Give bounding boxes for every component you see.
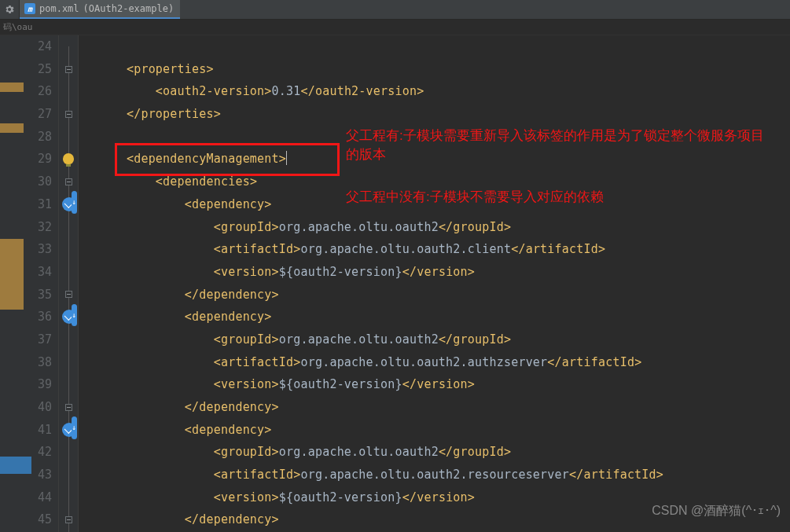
line-number: 25 bbox=[0, 58, 52, 81]
breadcrumb: 码\oau bbox=[0, 20, 790, 35]
editor-tab-bar: m pom.xml (OAuth2-example) bbox=[0, 0, 790, 20]
code-line[interactable]: <groupId>org.apache.oltu.oauth2</groupId… bbox=[97, 441, 790, 464]
change-marker bbox=[0, 457, 31, 474]
code-line[interactable] bbox=[97, 126, 790, 149]
line-number: 32 bbox=[0, 216, 52, 239]
code-line[interactable]: <dependency> bbox=[97, 419, 790, 442]
change-marker bbox=[0, 123, 24, 133]
code-line[interactable]: <properties> bbox=[97, 58, 790, 81]
code-line[interactable]: <dependency> bbox=[97, 193, 790, 216]
line-number: 27 bbox=[0, 103, 52, 126]
line-number: 29 bbox=[0, 148, 52, 171]
code-line[interactable]: <oauth2-version>0.31</oauth2-version> bbox=[97, 80, 790, 103]
code-line[interactable]: <artifactId>org.apache.oltu.oauth2.clien… bbox=[97, 238, 790, 261]
code-line[interactable]: <version>${oauth2-version}</version> bbox=[97, 486, 790, 509]
implemented-icon[interactable] bbox=[62, 310, 76, 324]
implemented-icon[interactable] bbox=[62, 423, 76, 437]
line-number: 38 bbox=[0, 351, 52, 374]
line-number: 24 bbox=[0, 35, 52, 58]
gear-icon[interactable] bbox=[0, 0, 19, 19]
line-number: 41 bbox=[0, 419, 52, 442]
change-marker bbox=[0, 83, 24, 92]
code-line[interactable]: </dependency> bbox=[97, 284, 790, 306]
line-number: 40 bbox=[0, 396, 52, 419]
maven-icon: m bbox=[24, 3, 35, 14]
code-line[interactable]: <dependency> bbox=[97, 306, 790, 328]
code-editor[interactable]: 2425262728293031323334353637383940414243… bbox=[0, 35, 790, 532]
code-line[interactable] bbox=[97, 35, 790, 58]
line-number: 30 bbox=[0, 171, 52, 193]
code-line[interactable]: <groupId>org.apache.oltu.oauth2</groupId… bbox=[97, 216, 790, 239]
code-line[interactable]: <version>${oauth2-version}</version> bbox=[97, 261, 790, 284]
code-area[interactable]: <properties> <oauth2-version>0.31</oauth… bbox=[83, 35, 790, 532]
line-number: 31 bbox=[0, 193, 52, 216]
code-line[interactable]: <artifactId>org.apache.oltu.oauth2.authz… bbox=[97, 351, 790, 374]
code-line[interactable]: </properties> bbox=[97, 103, 790, 126]
fold-column[interactable] bbox=[59, 35, 79, 532]
code-line[interactable]: </dependency> bbox=[97, 396, 790, 419]
tab-filename: pom.xml bbox=[39, 3, 79, 14]
implemented-icon[interactable] bbox=[62, 197, 76, 211]
intention-bulb-icon[interactable] bbox=[63, 153, 74, 164]
line-number: 37 bbox=[0, 328, 52, 351]
code-line[interactable]: <artifactId>org.apache.oltu.oauth2.resou… bbox=[97, 464, 790, 486]
change-marker bbox=[0, 239, 24, 310]
code-line[interactable]: </dependency> bbox=[97, 508, 790, 531]
file-tab[interactable]: m pom.xml (OAuth2-example) bbox=[20, 0, 180, 19]
line-number: 39 bbox=[0, 373, 52, 396]
tab-context: (OAuth2-example) bbox=[83, 3, 175, 14]
code-line[interactable]: <version>${oauth2-version}</version> bbox=[97, 373, 790, 396]
line-number: 45 bbox=[0, 508, 52, 531]
code-line[interactable]: <groupId>org.apache.oltu.oauth2</groupId… bbox=[97, 328, 790, 351]
code-line[interactable]: <dependencies> bbox=[97, 171, 790, 193]
code-line[interactable]: <dependencyManagement> bbox=[97, 148, 790, 171]
line-number: 44 bbox=[0, 486, 52, 509]
